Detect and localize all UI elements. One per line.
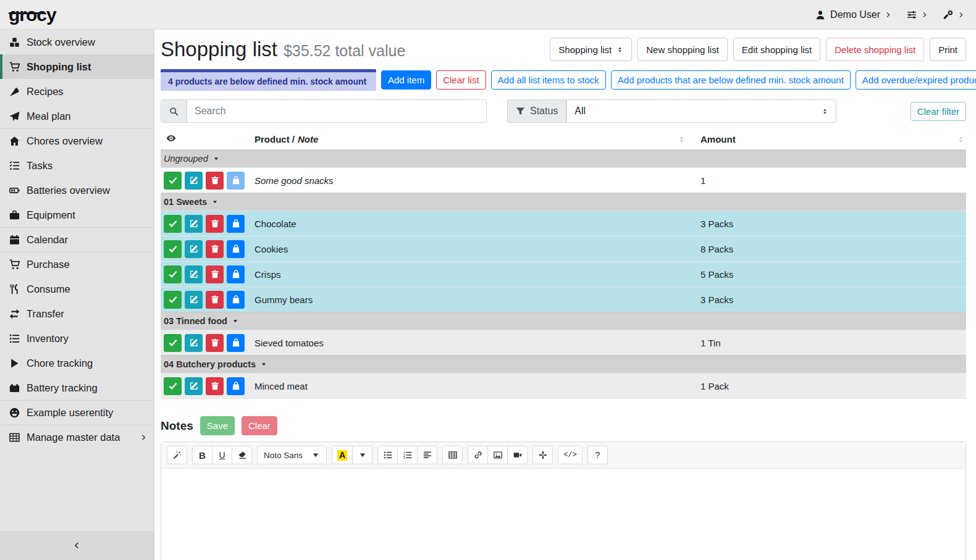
add-to-stock-button[interactable] [227,291,245,309]
mark-done-button[interactable] [164,377,182,395]
bold-button[interactable]: B [192,446,212,464]
insert-picture-button[interactable] [487,446,508,464]
sidebar-item-purchase[interactable]: Purchase [0,252,154,277]
sidebar-item-recipes[interactable]: Recipes [0,79,154,104]
sidebar-item-example-userentity[interactable]: Example userentity [0,400,154,425]
add-to-stock-button[interactable] [227,172,245,190]
delete-item-button[interactable] [206,240,224,258]
list-icon [9,333,20,344]
add-to-stock-button[interactable] [227,265,245,283]
add-all-to-stock-button[interactable]: Add all list items to stock [491,70,606,90]
notes-edit-area[interactable] [161,469,965,560]
sidebar-item-tasks[interactable]: Tasks [0,153,154,178]
sidebar-collapse-button[interactable] [0,531,154,560]
edit-item-button[interactable] [185,172,203,190]
delete-item-button[interactable] [206,172,224,190]
admin-menu[interactable] [943,10,964,20]
unordered-list-button[interactable] [377,446,398,464]
mark-done-button[interactable] [164,215,182,233]
sidebar-item-battery-tracking[interactable]: Battery tracking [0,375,154,400]
add-below-min-button[interactable]: Add products that are below defined min.… [611,70,851,90]
insert-table-button[interactable] [442,446,463,464]
highlight-color-button[interactable]: A [332,446,353,464]
print-button[interactable]: Print [930,38,966,61]
sidebar-item-label: Chore tracking [27,357,93,369]
settings-menu[interactable] [907,10,927,20]
edit-item-button[interactable] [185,240,203,258]
trash-icon [211,244,219,253]
ordered-list-button[interactable]: 123 [397,446,418,464]
delete-item-button[interactable] [206,334,224,352]
clear-list-button[interactable]: Clear list [436,70,486,90]
edit-item-button[interactable] [185,215,203,233]
group-header-ungrouped[interactable]: Ungrouped [161,149,966,167]
underline-button[interactable]: U [212,446,232,464]
sidebar-item-shopping-list[interactable]: Shopping list [0,54,154,79]
sidebar-item-meal-plan[interactable]: Meal plan [0,104,154,128]
delete-item-button[interactable] [206,377,224,395]
sidebar-item-consume[interactable]: Consume [0,277,154,301]
delete-item-button[interactable] [206,265,224,283]
sidebar-item-chores-overview[interactable]: Chores overview [0,128,154,153]
insert-video-button[interactable] [507,446,528,464]
grocy-logo[interactable]: grocy [9,4,56,25]
code-view-button[interactable]: </> [558,446,583,464]
sidebar-item-batteries-overview[interactable]: Batteries overview [0,178,154,203]
notes-clear-button[interactable]: Clear [242,416,277,435]
sidebar-item-stock-overview[interactable]: Stock overview [0,30,154,54]
add-overdue-button[interactable]: Add overdue/expired products [856,70,976,90]
amount-column-header[interactable]: Amount [694,134,966,144]
shopping-bag-icon [232,244,240,253]
font-family-button[interactable]: Noto Sans [257,446,327,464]
sidebar-item-inventory[interactable]: Inventory [0,326,154,351]
below-min-stock-alert[interactable]: 4 products are below defined min. stock … [161,69,376,91]
help-button[interactable]: ? [587,446,608,464]
shopping-list-select[interactable]: Shopping list [550,38,632,61]
add-to-stock-button[interactable] [227,334,245,352]
notes-editor: B U Noto Sans A 123 [161,441,966,560]
sidebar-item-manage-master-data[interactable]: Manage master data [0,425,154,449]
delete-shopping-list-button[interactable]: Delete shopping list [826,38,924,61]
insert-link-button[interactable] [468,446,488,464]
mark-done-button[interactable] [164,172,182,190]
edit-icon [190,244,198,253]
search-input[interactable] [187,99,487,123]
notes-save-button[interactable]: Save [200,416,235,435]
edit-item-button[interactable] [185,377,203,395]
trash-icon [211,219,219,228]
highlight-color-dropdown[interactable] [352,446,372,464]
user-menu[interactable]: Demo User [815,9,891,20]
edit-item-button[interactable] [185,334,203,352]
delete-item-button[interactable] [206,291,224,309]
add-to-stock-button[interactable] [227,377,245,395]
group-header-sweets[interactable]: 01 Sweets [161,193,966,211]
add-item-button[interactable]: Add item [381,70,431,90]
mark-done-button[interactable] [164,240,182,258]
alert-text: 4 products are below defined min. stock … [161,72,376,91]
sidebar-item-equipment[interactable]: Equipment [0,203,154,227]
clear-filter-button[interactable]: Clear filter [911,102,966,121]
mark-done-button[interactable] [164,265,182,283]
edit-shopping-list-button[interactable]: Edit shopping list [733,38,820,61]
fullscreen-button[interactable] [532,446,553,464]
add-to-stock-button[interactable] [227,215,245,233]
sidebar-item-transfer[interactable]: Transfer [0,301,154,326]
table-row: Sieved tomatoes 1 Tin [161,330,966,355]
new-shopping-list-button[interactable]: New shopping list [637,38,728,61]
status-select[interactable]: All [566,99,836,123]
delete-item-button[interactable] [206,215,224,233]
edit-item-button[interactable] [185,265,203,283]
item-amount: 1 Tin [694,338,966,348]
product-column-header[interactable]: Product / Note [255,134,694,144]
edit-item-button[interactable] [185,291,203,309]
clear-formatting-button[interactable] [232,446,252,464]
paragraph-align-button[interactable] [417,446,437,464]
mark-done-button[interactable] [164,334,182,352]
group-header-butchery[interactable]: 04 Butchery products [161,355,966,373]
sidebar-item-chore-tracking[interactable]: Chore tracking [0,351,154,375]
sidebar-item-calendar[interactable]: Calendar [0,227,154,252]
mark-done-button[interactable] [164,291,182,309]
magic-style-button[interactable] [167,446,187,464]
add-to-stock-button[interactable] [227,240,245,258]
group-header-tinned-food[interactable]: 03 Tinned food [161,312,966,330]
